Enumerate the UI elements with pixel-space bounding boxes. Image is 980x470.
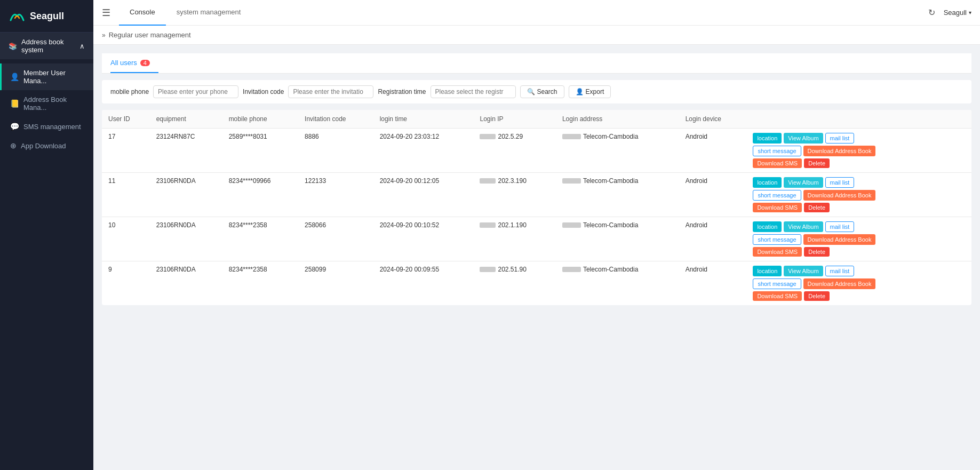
download-address-book-button[interactable]: Download Address Book (803, 190, 876, 201)
tab-console[interactable]: Console (119, 0, 166, 26)
download-address-book-button[interactable]: Download Address Book (803, 234, 876, 245)
cell-invitation-code: 258099 (298, 261, 373, 306)
cell-invitation-code: 8886 (298, 129, 373, 173)
mail-list-button[interactable]: mail list (825, 266, 855, 276)
download-sms-button[interactable]: Download SMS (753, 203, 802, 212)
cell-login-address: Telecom-Cambodia (556, 217, 679, 261)
location-button[interactable]: location (753, 221, 782, 232)
download-sms-button[interactable]: Download SMS (753, 158, 802, 168)
location-button[interactable]: location (753, 133, 782, 144)
short-message-button[interactable]: short message (753, 234, 801, 245)
cell-user-id: 9 (102, 261, 150, 306)
delete-button[interactable]: Delete (804, 203, 830, 212)
sidebar-group-address-book[interactable]: 📚 Address book system ∧ (0, 33, 93, 59)
filter-bar: mobile phone Invitation code Registratio… (102, 80, 971, 103)
search-button-label: Search (537, 88, 557, 95)
view-album-button[interactable]: View Album (784, 266, 823, 276)
topbar: ☰ Console system management ↻ Seagull ▾ (93, 0, 980, 26)
cell-mobile-phone: 2589****8031 (222, 129, 298, 173)
cell-login-address: Telecom-Cambodia (556, 129, 679, 173)
sidebar-item-sms[interactable]: 💬 SMS management (0, 117, 93, 136)
app-download-icon: ⊕ (10, 141, 17, 150)
mobile-phone-input[interactable] (153, 85, 238, 98)
cell-actions: location View Album mail list short mess… (746, 217, 971, 261)
cell-login-ip: 202.3.190 (473, 173, 555, 217)
location-button[interactable]: location (753, 266, 782, 276)
sidebar-item-app-download-label: App Download (21, 142, 66, 150)
view-album-button[interactable]: View Album (784, 177, 823, 188)
member-user-icon: 👤 (10, 73, 19, 81)
sms-icon: 💬 (10, 122, 19, 131)
mail-list-button[interactable]: mail list (825, 221, 855, 232)
view-album-button[interactable]: View Album (784, 221, 823, 232)
user-menu[interactable]: Seagull ▾ (944, 9, 971, 17)
col-mobile-phone: mobile phone (222, 110, 298, 129)
cell-mobile-phone: 8234****2358 (222, 217, 298, 261)
download-address-book-button[interactable]: Download Address Book (803, 278, 876, 289)
short-message-button[interactable]: short message (753, 146, 801, 156)
col-login-ip: Login IP (473, 110, 555, 129)
download-sms-button[interactable]: Download SMS (753, 291, 802, 301)
mail-list-button[interactable]: mail list (825, 177, 855, 188)
cell-actions: location View Album mail list short mess… (746, 173, 971, 217)
short-message-button[interactable]: short message (753, 278, 801, 289)
short-message-button[interactable]: short message (753, 190, 801, 201)
refresh-button[interactable]: ↻ (928, 7, 935, 18)
cell-mobile-phone: 8234****2358 (222, 261, 298, 306)
cell-login-ip: 202.51.90 (473, 261, 555, 306)
address-book-nav-icon: 📒 (10, 99, 19, 108)
tab-system-management[interactable]: system management (166, 0, 252, 26)
users-table: User ID equipment mobile phone Invitatio… (102, 110, 971, 305)
export-button[interactable]: 👤 Export (569, 85, 611, 98)
delete-button[interactable]: Delete (804, 247, 830, 257)
col-login-time: login time (373, 110, 474, 129)
invitation-code-input[interactable] (288, 85, 373, 98)
cell-actions: location View Album mail list short mess… (746, 129, 971, 173)
main-area: ☰ Console system management ↻ Seagull ▾ … (93, 0, 980, 470)
topbar-right: ↻ Seagull ▾ (928, 7, 971, 18)
cell-login-address: Telecom-Cambodia (556, 261, 679, 306)
sidebar: Seagull 📚 Address book system ∧ 👤 Member… (0, 0, 93, 470)
sidebar-item-member-user[interactable]: 👤 Member User Mana... (0, 63, 93, 90)
sidebar-nav: 👤 Member User Mana... 📒 Address Book Man… (0, 59, 93, 160)
download-sms-button[interactable]: Download SMS (753, 247, 802, 257)
sidebar-item-member-user-label: Member User Mana... (23, 69, 85, 85)
search-icon: 🔍 (527, 88, 535, 95)
registration-time-filter-label: Registration time (378, 88, 426, 95)
cell-login-device: Android (679, 129, 747, 173)
cell-login-device: Android (679, 261, 747, 306)
cell-user-id: 10 (102, 217, 150, 261)
invitation-code-filter-label: Invitation code (243, 88, 284, 95)
sidebar-item-app-download[interactable]: ⊕ App Download (0, 136, 93, 155)
chevron-up-icon: ∧ (79, 42, 85, 50)
cell-actions: location View Album mail list short mess… (746, 261, 971, 306)
tab-system-management-label: system management (177, 8, 241, 16)
cell-login-time: 2024-09-20 23:03:12 (373, 129, 474, 173)
menu-icon[interactable]: ☰ (102, 7, 110, 19)
sidebar-logo: Seagull (0, 0, 93, 33)
sidebar-item-address-book[interactable]: 📒 Address Book Mana... (0, 90, 93, 117)
location-button[interactable]: location (753, 177, 782, 188)
table-row: 17 23124RN87C 2589****8031 8886 2024-09-… (102, 129, 971, 173)
mail-list-button[interactable]: mail list (825, 133, 855, 144)
delete-button[interactable]: Delete (804, 158, 830, 168)
tab-all-users[interactable]: All users 4 (110, 53, 158, 73)
col-user-id: User ID (102, 110, 150, 129)
cell-login-ip: 202.1.190 (473, 217, 555, 261)
cell-equipment: 23124RN87C (150, 129, 222, 173)
user-name: Seagull (944, 9, 967, 17)
registration-time-input[interactable] (431, 85, 516, 98)
search-button[interactable]: 🔍 Search (520, 85, 564, 98)
export-button-label: Export (586, 88, 604, 95)
cell-equipment: 23106RN0DA (150, 173, 222, 217)
cell-login-device: Android (679, 217, 747, 261)
cell-equipment: 23106RN0DA (150, 261, 222, 306)
cell-login-time: 2024-09-20 00:12:05 (373, 173, 474, 217)
tab-bar: All users 4 (102, 53, 971, 74)
seagull-logo-icon (9, 7, 26, 25)
download-address-book-button[interactable]: Download Address Book (803, 146, 876, 156)
col-login-device: Login device (679, 110, 747, 129)
delete-button[interactable]: Delete (804, 291, 830, 301)
view-album-button[interactable]: View Album (784, 133, 823, 144)
tab-all-users-badge: 4 (140, 60, 150, 66)
